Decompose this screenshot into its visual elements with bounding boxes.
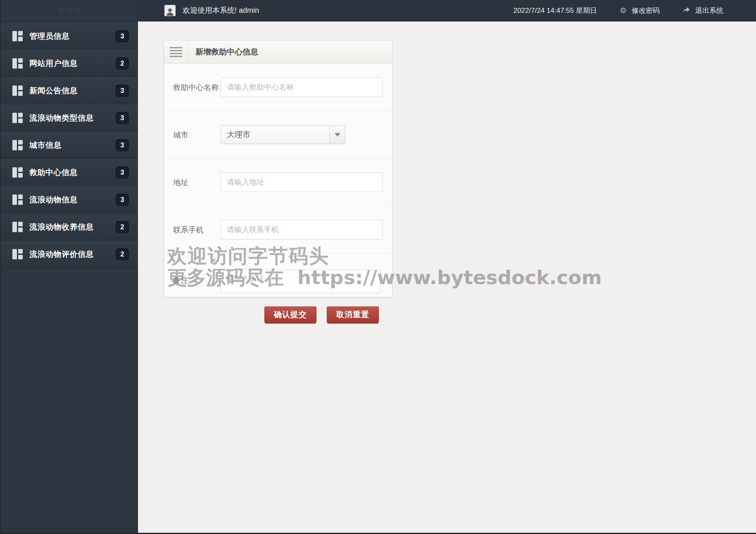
content-area: 新增救助中心信息 救助中心名称 城市 大理市 地址 联系手机 备注 xyxy=(138,21,756,534)
city-select-dropdown-button[interactable] xyxy=(329,126,345,144)
sidebar-item-label: 流浪动物信息 xyxy=(29,195,116,205)
city-select-value: 大理市 xyxy=(221,126,329,144)
dot-icon xyxy=(67,8,72,13)
sidebar-item-label: 流浪动物收养信息 xyxy=(29,222,116,233)
sidebar-item-admin-info[interactable]: 管理员信息 3 xyxy=(1,23,138,50)
grid-icon xyxy=(12,113,23,123)
address-input[interactable] xyxy=(221,172,383,192)
logout-button[interactable]: 退出系统 xyxy=(671,0,735,21)
menu-toggle-button[interactable] xyxy=(164,40,188,63)
logout-arrow-icon xyxy=(682,6,690,15)
form-row-city: 城市 大理市 xyxy=(164,111,392,159)
sidebar-dots-decoration xyxy=(59,8,80,13)
sidebar-item-label: 流浪动物类型信息 xyxy=(29,113,116,123)
remark-label: 备注 xyxy=(173,275,221,285)
grid-icon xyxy=(12,222,23,232)
sidebar-top-divider-right xyxy=(83,10,132,11)
change-password-button[interactable]: ⚙ 修改密码 xyxy=(608,0,671,21)
count-badge: 2 xyxy=(116,57,129,70)
grid-icon xyxy=(12,140,23,150)
city-select[interactable]: 大理市 xyxy=(221,125,345,144)
sidebar-item-site-users[interactable]: 网站用户信息 2 xyxy=(1,50,138,77)
sidebar: 管理员信息 3 网站用户信息 2 新闻公告信息 3 流浪动物类型信息 3 城市信… xyxy=(0,0,138,534)
count-badge: 3 xyxy=(116,112,129,124)
sidebar-item-label: 流浪动物评价信息 xyxy=(29,249,116,260)
change-password-label: 修改密码 xyxy=(632,6,660,15)
form-row-address: 地址 xyxy=(164,159,392,206)
datetime-display: 2022/7/24 14:47:55 星期日 xyxy=(502,0,608,21)
grid-icon xyxy=(12,195,23,205)
form-actions: 确认提交 取消重置 xyxy=(264,306,379,323)
city-label: 城市 xyxy=(173,130,221,140)
phone-label: 联系手机 xyxy=(173,225,221,235)
submit-button[interactable]: 确认提交 xyxy=(264,306,316,323)
sidebar-item-reviews[interactable]: 流浪动物评价信息 2 xyxy=(1,241,138,268)
grid-icon xyxy=(12,58,23,69)
welcome-area: 欢迎使用本系统! admin xyxy=(138,0,502,21)
count-badge: 3 xyxy=(116,30,129,43)
center-name-label: 救助中心名称 xyxy=(173,82,221,93)
sidebar-item-label: 城市信息 xyxy=(29,140,116,151)
form-row-phone: 联系手机 xyxy=(164,206,392,254)
count-badge: 3 xyxy=(116,85,129,97)
sidebar-item-rescue-centers[interactable]: 救助中心信息 3 xyxy=(1,159,138,186)
form-row-center-name: 救助中心名称 xyxy=(164,64,392,111)
count-badge: 3 xyxy=(116,139,129,152)
dot-icon xyxy=(59,8,64,13)
reset-button[interactable]: 取消重置 xyxy=(327,306,379,323)
count-badge: 3 xyxy=(116,166,129,179)
chevron-down-icon xyxy=(335,133,340,140)
sidebar-item-label: 救助中心信息 xyxy=(29,167,116,178)
sidebar-item-cities[interactable]: 城市信息 3 xyxy=(1,132,138,159)
sidebar-item-label: 网站用户信息 xyxy=(29,58,116,69)
sidebar-item-label: 新闻公告信息 xyxy=(29,85,116,96)
sidebar-top-strip xyxy=(1,0,138,23)
sidebar-item-label: 管理员信息 xyxy=(29,31,116,42)
sidebar-item-animal-types[interactable]: 流浪动物类型信息 3 xyxy=(1,104,138,132)
count-badge: 2 xyxy=(116,248,129,261)
count-badge: 3 xyxy=(116,194,129,206)
sidebar-item-adoptions[interactable]: 流浪动物收养信息 2 xyxy=(1,214,138,241)
topbar-end-spacer xyxy=(735,0,756,21)
gear-icon: ⚙ xyxy=(620,7,627,14)
add-rescue-center-panel: 新增救助中心信息 救助中心名称 城市 大理市 地址 联系手机 备注 xyxy=(164,40,392,297)
logout-label: 退出系统 xyxy=(695,6,723,15)
address-label: 地址 xyxy=(173,177,221,187)
sidebar-nav: 管理员信息 3 网站用户信息 2 新闻公告信息 3 流浪动物类型信息 3 城市信… xyxy=(1,23,138,268)
user-avatar-icon xyxy=(164,5,176,16)
welcome-text: 欢迎使用本系统! admin xyxy=(183,5,259,15)
grid-icon xyxy=(12,85,23,96)
form-row-remark: 备注 xyxy=(164,254,392,297)
sidebar-item-news[interactable]: 新闻公告信息 3 xyxy=(1,77,138,104)
sidebar-top-divider-left xyxy=(7,10,55,11)
grid-icon xyxy=(12,167,23,178)
grid-icon xyxy=(12,31,23,41)
panel-title: 新增救助中心信息 xyxy=(188,40,258,63)
phone-input[interactable] xyxy=(221,220,383,240)
remark-textarea[interactable] xyxy=(221,270,380,293)
sidebar-item-stray-animals[interactable]: 流浪动物信息 3 xyxy=(1,186,138,214)
dot-icon xyxy=(76,8,80,13)
grid-icon xyxy=(12,249,23,259)
count-badge: 2 xyxy=(116,221,129,233)
topbar: 欢迎使用本系统! admin 2022/7/24 14:47:55 星期日 ⚙ … xyxy=(138,0,756,21)
hamburger-icon xyxy=(170,45,182,59)
panel-header: 新增救助中心信息 xyxy=(164,40,392,64)
center-name-input[interactable] xyxy=(221,77,383,97)
